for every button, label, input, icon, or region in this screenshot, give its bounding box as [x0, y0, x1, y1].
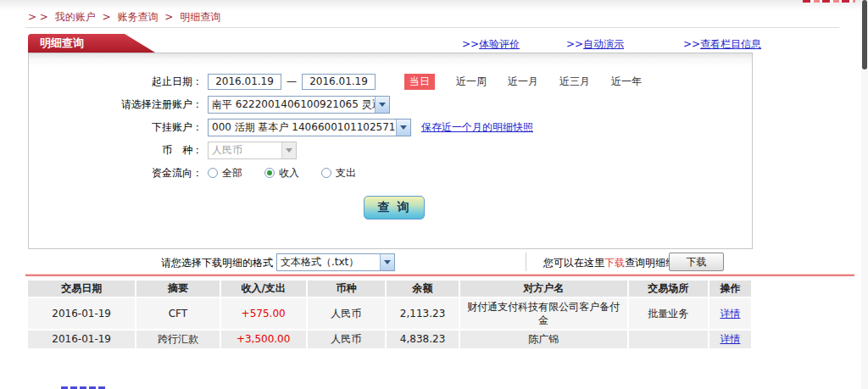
cell-summary: CFT	[136, 298, 219, 329]
cell-currency: 人民币	[308, 331, 385, 347]
col-header-currency: 币种	[308, 281, 385, 297]
range-last-year[interactable]: 近一年	[611, 75, 642, 89]
download-hint: 您可以在这里下载查询明细结果	[543, 256, 686, 270]
registered-account-select[interactable]: 南平 6222001406100921065 灵通卡	[208, 96, 390, 114]
cell-venue	[629, 331, 708, 347]
table-header-row: 交易日期 摘要 收入/支出 币种 余额 对方户名 交易场所 操作	[28, 281, 751, 297]
date-range-row: 起止日期： — 当日 近一周 近一月 近三月 近一年	[29, 72, 752, 91]
registered-account-row: 请选择注册账户： 南平 6222001406100921065 灵通卡	[29, 95, 752, 114]
sub-account-label: 下挂账户：	[29, 120, 203, 135]
download-hint-highlight: 下载	[604, 257, 625, 269]
scrollbar-thumb[interactable]	[862, 0, 867, 69]
date-range-label: 起止日期：	[29, 75, 203, 89]
col-header-action: 操作	[709, 281, 751, 297]
cell-balance: 4,838.23	[387, 331, 459, 347]
chevron-down-icon	[396, 119, 410, 136]
download-row: 请您选择下载明细的格式 文本格式（.txt） 您可以在这里下载查询明细结果 下载	[0, 253, 868, 273]
breadcrumb-item-account-query[interactable]: 账务查询	[117, 11, 158, 23]
range-today-button[interactable]: 当日	[404, 74, 435, 90]
currency-row: 币 种： 人民币	[29, 141, 752, 159]
col-header-date: 交易日期	[28, 281, 135, 297]
flow-radio-income[interactable]: 收入	[264, 166, 299, 181]
breadcrumb-prefix: > >	[28, 11, 48, 23]
col-header-summary: 摘要	[136, 281, 219, 297]
transactions-table: 交易日期 摘要 收入/支出 币种 余额 对方户名 交易场所 操作 2016-01…	[26, 279, 753, 350]
flow-radio-expense[interactable]: 支出	[321, 166, 356, 181]
col-header-balance: 余额	[387, 281, 459, 297]
chevron-down-icon	[380, 254, 394, 270]
cell-date: 2016-01-19	[28, 298, 135, 329]
col-header-venue: 交易场所	[629, 281, 708, 297]
cell-counterparty: 陈广锦	[460, 331, 626, 347]
range-last-week[interactable]: 近一周	[456, 75, 487, 89]
scrollbar-track[interactable]	[861, 0, 868, 389]
query-button[interactable]: 查 询	[364, 196, 425, 220]
currency-select-disabled: 人民币	[208, 142, 297, 159]
range-last-month[interactable]: 近一月	[508, 75, 538, 89]
cell-venue: 批量业务	[629, 298, 708, 329]
cell-amount: +3,500.00	[221, 331, 306, 347]
col-header-counterparty: 对方户名	[460, 281, 626, 297]
flow-radio-all[interactable]: 全部	[208, 166, 242, 181]
date-to-input[interactable]	[302, 74, 376, 90]
radio-checked-icon	[264, 168, 275, 178]
registered-account-label: 请选择注册账户：	[29, 97, 203, 112]
radio-icon	[321, 168, 331, 178]
tab-detail-query: 明细查询	[28, 34, 155, 53]
page-top-fade	[0, 0, 868, 10]
download-format-label: 请您选择下载明细的格式	[161, 256, 273, 270]
breadcrumb-item-detail-query: 明细查询	[180, 11, 220, 23]
link-experience-rating[interactable]: >>体验评价	[462, 37, 520, 52]
link-auto-demo[interactable]: >>自动演示	[566, 37, 624, 52]
breadcrumb: > > 我的账户 > 账务查询 > 明细查询	[28, 10, 224, 25]
fund-flow-label: 资金流向：	[29, 166, 203, 181]
detail-link[interactable]: 详情	[720, 333, 740, 345]
radio-icon	[208, 168, 218, 178]
breadcrumb-separator: >	[103, 11, 111, 23]
table-top-divider	[25, 274, 854, 276]
link-view-column-info[interactable]: >>查看栏目信息	[683, 37, 761, 52]
range-last-3-months[interactable]: 近三月	[559, 75, 590, 89]
date-separator: —	[287, 75, 297, 87]
cell-counterparty: 财付通支付科技有限公司客户备付金	[460, 298, 626, 329]
chevron-down-icon	[375, 97, 389, 113]
table-row: 2016-01-19 跨行汇款 +3,500.00 人民币 4,838.23 陈…	[28, 331, 751, 347]
date-from-input[interactable]	[208, 74, 281, 90]
chevron-down-icon	[281, 142, 296, 158]
download-format-select[interactable]: 文本格式（.txt）	[276, 253, 395, 271]
save-monthly-snapshot-link[interactable]: 保存近一个月的明细快照	[421, 120, 533, 135]
cell-summary: 跨行汇款	[136, 331, 219, 347]
cell-amount: +575.00	[221, 298, 306, 329]
table-row: 2016-01-19 CFT +575.00 人民币 2,113.23 财付通支…	[28, 298, 751, 329]
sub-account-row: 下挂账户： 000 活期 基本户 1406600101102571848 保存近…	[29, 118, 752, 136]
sub-account-select[interactable]: 000 活期 基本户 1406600101102571848	[208, 119, 411, 136]
fund-flow-row: 资金流向： 全部 收入 支出	[29, 164, 752, 182]
cutoff-red-text-sliver	[803, 0, 855, 3]
breadcrumb-separator: >	[164, 11, 173, 23]
breadcrumb-divider	[25, 27, 839, 28]
download-row-divider	[526, 253, 526, 271]
download-button[interactable]: 下载	[669, 253, 724, 271]
detail-link[interactable]: 详情	[720, 308, 740, 320]
query-form-panel: 起止日期： — 当日 近一周 近一月 近三月 近一年 请选择注册账户： 南平 6…	[28, 53, 753, 249]
breadcrumb-item-my-accounts[interactable]: 我的账户	[55, 11, 96, 23]
cell-date: 2016-01-19	[28, 331, 135, 347]
cell-currency: 人民币	[308, 298, 385, 329]
currency-label: 币 种：	[29, 143, 203, 158]
cell-balance: 2,113.23	[387, 298, 459, 329]
col-header-amount: 收入/支出	[221, 281, 306, 297]
